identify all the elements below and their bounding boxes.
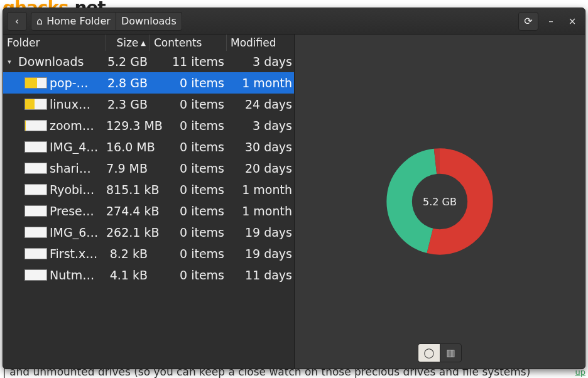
row-name-cell: ▾Downloads — [3, 55, 106, 68]
table-row[interactable]: ▾Downloads5.2 GB11 items3 days — [3, 51, 294, 72]
row-contents: 0 items — [150, 76, 227, 90]
back-button[interactable]: ‹ — [7, 12, 27, 31]
row-contents: 0 items — [150, 119, 227, 132]
row-contents: 0 items — [150, 225, 227, 239]
chart-wrap: 5.2 GB — [295, 35, 585, 369]
row-name-cell: Prese… — [3, 204, 106, 218]
column-header-size[interactable]: Size ▲ — [106, 35, 150, 51]
window-body: Folder Size ▲ Contents Modified ▾Downloa… — [3, 35, 585, 369]
folder-rows: ▾Downloads5.2 GB11 items3 dayspop-…2.8 G… — [3, 51, 294, 369]
column-header-contents[interactable]: Contents — [150, 35, 227, 51]
table-row[interactable]: pop-…2.8 GB0 items1 month — [3, 72, 294, 94]
row-size: 8.2 kB — [106, 247, 150, 261]
home-icon: ⌂ — [36, 15, 43, 27]
row-size: 5.2 GB — [106, 55, 150, 68]
donut-center-label: 5.2 GB — [386, 148, 493, 255]
folder-list-panel: Folder Size ▲ Contents Modified ▾Downloa… — [3, 35, 295, 369]
row-name: Ryobi… — [50, 183, 106, 197]
row-name: IMG_6… — [50, 225, 106, 239]
table-row[interactable]: First.x…8.2 kB0 items19 days — [3, 243, 294, 264]
table-row[interactable]: Nutm…4.1 kB0 items11 days — [3, 264, 294, 286]
window-close-button[interactable]: × — [564, 13, 581, 30]
row-modified: 3 days — [227, 119, 294, 132]
size-bar — [24, 141, 47, 153]
disk-usage-analyzer-window: ‹ ⌂ Home Folder Downloads ⟳ – × Folder — [3, 8, 585, 369]
expand-arrow-icon[interactable]: ▾ — [6, 58, 13, 66]
chevron-left-icon: ‹ — [15, 15, 19, 27]
column-header-modified[interactable]: Modified — [227, 35, 295, 51]
row-name-cell: IMG_6… — [3, 225, 106, 239]
row-size: 262.1 kB — [106, 225, 150, 239]
row-modified: 19 days — [227, 247, 294, 261]
size-bar — [24, 163, 47, 174]
sort-ascending-icon: ▲ — [141, 40, 146, 46]
row-modified: 19 days — [227, 225, 294, 239]
table-row[interactable]: IMG_6…262.1 kB0 items19 days — [3, 222, 294, 243]
row-name: First.x… — [50, 247, 106, 261]
row-size: 4.1 kB — [106, 268, 150, 282]
path-home-folder[interactable]: ⌂ Home Folder — [31, 12, 116, 31]
size-bar — [24, 269, 47, 281]
row-name: zoom… — [50, 119, 106, 132]
size-bar — [24, 184, 47, 195]
ring-chart-icon: ◯ — [424, 347, 435, 359]
table-row[interactable]: IMG_4…16.0 MB0 items30 days — [3, 136, 294, 158]
row-contents: 0 items — [150, 204, 227, 218]
size-bar — [24, 77, 47, 89]
path-bar: ⌂ Home Folder Downloads — [31, 12, 182, 31]
row-name-cell: First.x… — [3, 247, 106, 261]
minimize-icon: – — [548, 16, 553, 27]
size-bar — [24, 205, 47, 217]
path-home-label: Home Folder — [46, 15, 111, 27]
size-bar — [24, 227, 47, 238]
row-size: 2.3 GB — [106, 97, 150, 111]
table-row[interactable]: Prese…274.4 kB0 items1 month — [3, 200, 294, 222]
refresh-icon: ⟳ — [524, 15, 532, 27]
row-name: Nutm… — [50, 268, 106, 282]
row-contents: 0 items — [150, 97, 227, 111]
close-icon: × — [569, 16, 577, 27]
row-name-cell: linux… — [3, 97, 106, 111]
row-name-cell: Ryobi… — [3, 183, 106, 197]
size-bar — [24, 120, 47, 131]
chart-panel: 5.2 GB ◯ ▥ — [295, 35, 585, 369]
row-contents: 0 items — [150, 140, 227, 154]
row-modified: 30 days — [227, 140, 294, 154]
table-row[interactable]: Ryobi…815.1 kB0 items1 month — [3, 179, 294, 200]
table-row[interactable]: shari…7.9 MB0 items20 days — [3, 158, 294, 179]
size-bar — [24, 248, 47, 259]
row-modified: 3 days — [227, 55, 294, 68]
row-modified: 1 month — [227, 183, 294, 197]
column-header-size-label: Size — [116, 36, 138, 49]
view-treemap-button[interactable]: ▥ — [440, 344, 461, 362]
row-name: shari… — [50, 161, 106, 175]
row-name: Prese… — [50, 204, 106, 218]
row-size: 2.8 GB — [106, 76, 150, 90]
path-current-label: Downloads — [121, 15, 177, 27]
refresh-button[interactable]: ⟳ — [518, 12, 538, 31]
row-name-cell: Nutm… — [3, 268, 106, 282]
row-name: linux… — [50, 97, 106, 111]
chart-view-toggle: ◯ ▥ — [418, 343, 462, 362]
path-current-folder[interactable]: Downloads — [116, 12, 182, 31]
table-row[interactable]: linux…2.3 GB0 items24 days — [3, 94, 294, 115]
column-headers: Folder Size ▲ Contents Modified — [3, 35, 294, 51]
row-modified: 24 days — [227, 97, 294, 111]
window-minimize-button[interactable]: – — [542, 13, 560, 30]
usage-donut-chart[interactable]: 5.2 GB — [386, 148, 493, 255]
row-modified: 20 days — [227, 161, 294, 175]
column-header-folder[interactable]: Folder — [3, 35, 106, 51]
table-row[interactable]: zoom…129.3 MB0 items3 days — [3, 115, 294, 136]
treemap-icon: ▥ — [446, 347, 455, 359]
row-modified: 1 month — [227, 76, 294, 90]
size-bar — [24, 99, 47, 110]
row-size: 129.3 MB — [106, 119, 150, 132]
row-size: 7.9 MB — [106, 161, 150, 175]
row-name-cell: pop-… — [3, 76, 106, 90]
row-modified: 1 month — [227, 204, 294, 218]
row-contents: 0 items — [150, 161, 227, 175]
row-size: 815.1 kB — [106, 183, 150, 197]
view-ring-chart-button[interactable]: ◯ — [418, 344, 440, 362]
row-name-cell: shari… — [3, 161, 106, 175]
row-name-cell: zoom… — [3, 119, 106, 132]
